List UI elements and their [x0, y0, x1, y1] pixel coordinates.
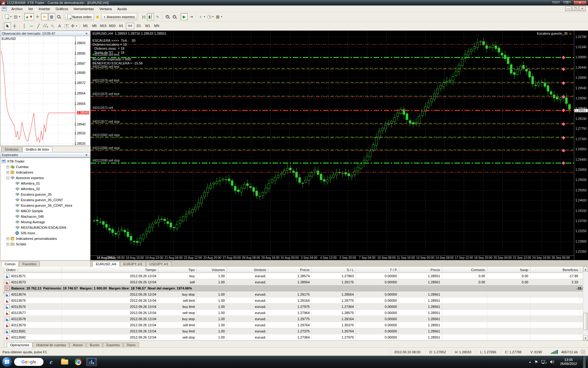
- terminal-tab-buz-n[interactable]: Buzón: [86, 342, 103, 348]
- tree-item-alfombra-02[interactable]: Alfombra_02: [0, 186, 90, 192]
- timeframe-d1[interactable]: D1: [135, 23, 143, 29]
- price-axis[interactable]: 1.317901.313401.308901.304401.299901.295…: [574, 31, 588, 260]
- column-header-tipo[interactable]: Tipo: [158, 267, 197, 273]
- tree-item-535-more-[interactable]: 535 more...: [0, 230, 90, 236]
- order-row-43113578[interactable]: 431135782012.09.26 13:04buy stop1.00euru…: [4, 316, 588, 322]
- terminal-tab-diario[interactable]: Diario: [123, 342, 139, 348]
- chart-shift-button[interactable]: ⇥: [188, 13, 195, 20]
- timeframe-h4[interactable]: H4: [126, 23, 134, 29]
- new-order-button[interactable]: +Nueva orden: [65, 13, 94, 20]
- order-row-43113573[interactable]: 431135732012.09.26 13:04sell1.00eurusd.1…: [4, 279, 588, 285]
- timeframe-m15[interactable]: M15: [99, 23, 107, 29]
- google-search-box[interactable]: Google: [14, 358, 43, 366]
- fibonacci-tool[interactable]: ≡F: [49, 22, 56, 29]
- metaeditor-alert-icon[interactable]: ◆: [94, 13, 101, 20]
- tree-item-scripts[interactable]: +Scripts: [0, 241, 90, 247]
- timeframe-w1[interactable]: W1: [144, 23, 152, 29]
- child-close-button[interactable]: ✕: [579, 6, 586, 11]
- tab-com-n[interactable]: Común: [1, 261, 19, 267]
- expand-icon[interactable]: +: [6, 171, 9, 174]
- terminal-toggle[interactable]: ▦: [48, 13, 55, 20]
- trendline-tool[interactable]: ╱: [35, 22, 42, 29]
- tree-item-indicadores-personalizados[interactable]: +f+Indicadores personalizados: [0, 236, 90, 241]
- candlestick-chart-button[interactable]: ▮⎮: [147, 13, 154, 20]
- tree-item-asesores-expertos[interactable]: −Asesores expertos: [0, 175, 90, 181]
- column-header-comisi-n[interactable]: Comisión: [442, 267, 487, 273]
- market-watch-toggle[interactable]: ▲▼: [24, 13, 34, 20]
- scroll-down-icon[interactable]: ▼: [583, 335, 588, 340]
- menu-ayuda[interactable]: Ayuda: [115, 6, 130, 12]
- order-row-43113577[interactable]: 431135772012.09.26 13:04sell stop1.00eur…: [4, 310, 588, 316]
- menu-herramientas[interactable]: Herramientas: [71, 6, 96, 12]
- navigator-close-icon[interactable]: ✕: [85, 153, 89, 157]
- terminal-scrollbar[interactable]: ▲ ▼: [583, 267, 588, 340]
- scroll-thumb[interactable]: [583, 313, 588, 330]
- tree-item-macd-sample[interactable]: MACD Sample: [0, 208, 90, 214]
- menu-insertar[interactable]: Insertar: [36, 6, 53, 12]
- terminal-tab-historial-de-cuentas[interactable]: Historial de cuentas: [33, 342, 69, 348]
- timeframe-m30[interactable]: M30: [108, 23, 116, 29]
- crosshair-tool[interactable]: ┼: [11, 22, 18, 29]
- text-tool[interactable]: A: [56, 22, 63, 29]
- chart-tab-usdjpy-h1[interactable]: USDJPY.,H1: [146, 261, 172, 267]
- tree-item-alfombra-01[interactable]: Alfombra_01: [0, 181, 90, 186]
- column-header-s-l[interactable]: S / L: [312, 267, 356, 273]
- child-minimize-button[interactable]: —: [565, 6, 571, 11]
- menu-ventana[interactable]: Ventana: [97, 6, 115, 12]
- market-watch-close-icon[interactable]: ✕: [85, 32, 89, 35]
- order-row-43113581[interactable]: 431135812012.09.26 13:04buy limit1.00eur…: [4, 328, 588, 334]
- column-header-s-mbolo[interactable]: Símbolo: [227, 267, 268, 273]
- action-center-flag-icon[interactable]: ⚑: [534, 360, 538, 364]
- indicators-button[interactable]: ＋▼: [198, 13, 206, 20]
- horizontal-line-tool[interactable]: ─: [28, 22, 35, 29]
- expand-icon[interactable]: +: [6, 243, 9, 246]
- scroll-up-icon[interactable]: ▲: [583, 267, 588, 272]
- show-desktop-button[interactable]: [582, 356, 586, 368]
- column-header-beneficios[interactable]: Beneficios: [530, 267, 580, 273]
- minimize-button[interactable]: —: [551, 1, 560, 5]
- column-header-volumen[interactable]: Volumen: [197, 267, 227, 273]
- column-header-t-p[interactable]: T / P: [356, 267, 399, 273]
- child-restore-button[interactable]: ❐: [572, 6, 579, 11]
- menu-archivo[interactable]: Archivo: [9, 6, 25, 12]
- terminal-tab-operaciones[interactable]: Operaciones: [7, 342, 32, 348]
- terminal-tab-expertos[interactable]: Expertos: [103, 342, 123, 348]
- taskbar-clock[interactable]: 13:05 26/09/2012: [558, 358, 579, 366]
- zoom-out-button[interactable]: −: [171, 13, 178, 20]
- tab-favoritos[interactable]: Favoritos: [19, 261, 40, 267]
- expand-icon[interactable]: +: [6, 237, 9, 240]
- order-row-43113571[interactable]: 431135712012.09.26 13:04buy1.00eurusd.1.…: [4, 273, 588, 279]
- line-chart-button[interactable]: ∿: [154, 13, 161, 20]
- column-header-precio[interactable]: Precio: [268, 267, 312, 273]
- tree-item-xtb-trader[interactable]: XTB-Trader: [0, 159, 90, 164]
- tree-item-moving-average[interactable]: Moving Average: [0, 219, 90, 225]
- expand-icon[interactable]: +: [6, 166, 9, 168]
- vertical-line-tool[interactable]: │: [21, 22, 28, 29]
- bar-chart-button[interactable]: |⌐|: [140, 13, 147, 20]
- column-header-tiempo[interactable]: Tiempo: [62, 267, 158, 273]
- tree-item-restauracion-escalera[interactable]: RESTAURACION ESCALERA: [0, 225, 90, 230]
- tree-item-machacon-045[interactable]: Machacon_045: [0, 214, 90, 219]
- chrome-button[interactable]: [72, 357, 84, 366]
- timeframe-mn[interactable]: MN: [153, 23, 161, 29]
- text-label-tool[interactable]: T: [63, 22, 70, 29]
- tree-item-escalera-guevon-35[interactable]: Escalera guevon_35: [0, 192, 90, 197]
- tab-gr-fico-de-ticks[interactable]: Gráfico de ticks: [22, 147, 52, 152]
- strategy-tester-button[interactable]: [55, 13, 62, 20]
- volume-icon[interactable]: [550, 360, 555, 364]
- chart-tab-eurusd-h4[interactable]: EURUSD.,H4: [92, 261, 120, 267]
- equidistant-channel-tool[interactable]: ╱╱E: [42, 22, 49, 29]
- menu-ver[interactable]: Ver: [25, 6, 36, 12]
- tab-s-mbolos[interactable]: Símbolos: [1, 147, 22, 152]
- toolbar-grip[interactable]: [2, 14, 3, 20]
- timeframe-m1[interactable]: M1: [81, 23, 90, 29]
- tick-chart[interactable]: EURUSD 1.286031.285951.285871.285801.285…: [0, 36, 90, 146]
- profiles-button[interactable]: ▤▼: [13, 13, 21, 20]
- navigator-toggle[interactable]: ★: [41, 13, 48, 20]
- order-row-43113575[interactable]: 431135752012.09.26 13:04sell limit1.00eu…: [4, 297, 588, 304]
- data-window-button[interactable]: ✛: [34, 13, 41, 20]
- tray-expand-icon[interactable]: ▲: [529, 360, 531, 363]
- timeframe-m5[interactable]: M5: [90, 23, 99, 29]
- chart-tab-eurjpy-h1[interactable]: EURJPY.,H1: [120, 261, 146, 267]
- arrows-tool[interactable]: ✣▼: [70, 22, 78, 29]
